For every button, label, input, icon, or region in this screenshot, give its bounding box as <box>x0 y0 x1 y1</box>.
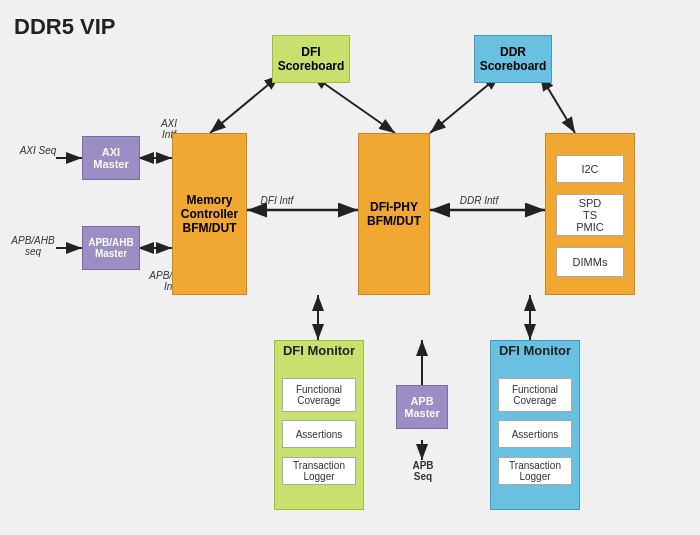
ddr-scoreboard-box: DDR Scoreboard <box>474 35 552 83</box>
assert-right-box: Assertions <box>498 420 572 448</box>
dfi-monitor-left-title: DFI Monitor <box>274 343 364 358</box>
apb-seq-label: APBSeq <box>400 460 446 482</box>
apb-master-mid-box: APB Master <box>396 385 448 429</box>
svg-line-9 <box>312 75 395 133</box>
fc-left-box: Functional Coverage <box>282 378 356 412</box>
trans-right-box: Transaction Logger <box>498 457 572 485</box>
assert-left-box: Assertions <box>282 420 356 448</box>
svg-line-8 <box>210 75 280 133</box>
dfi-phy-box: DFI-PHY BFM/DUT <box>358 133 430 295</box>
dfi-scoreboard-box: DFI Scoreboard <box>272 35 350 83</box>
diagram-container: DDR5 VIP <box>0 0 700 535</box>
i2c-box: I2C <box>556 155 624 183</box>
page-title: DDR5 VIP <box>14 14 115 40</box>
svg-line-10 <box>430 75 500 133</box>
trans-left-box: Transaction Logger <box>282 457 356 485</box>
axi-master-box: AXI Master <box>82 136 140 180</box>
dfi-monitor-right-title: DFI Monitor <box>490 343 580 358</box>
axi-seq-label: AXI Seq <box>18 145 58 156</box>
dimms-box: DIMMs <box>556 247 624 277</box>
fc-right-box: Functional Coverage <box>498 378 572 412</box>
svg-line-11 <box>540 75 575 133</box>
spd-ts-pmic-box: SPD TS PMIC <box>556 194 624 236</box>
apb-ahb-master-box: APB/AHB Master <box>82 226 140 270</box>
apb-ahb-seq-label: APB/AHB seq <box>8 235 58 257</box>
dfi-intf-label: DFI Intf <box>252 195 302 206</box>
ddr-intf-label: DDR Intf <box>454 195 504 206</box>
memory-controller-box: Memory Controller BFM/DUT <box>172 133 247 295</box>
